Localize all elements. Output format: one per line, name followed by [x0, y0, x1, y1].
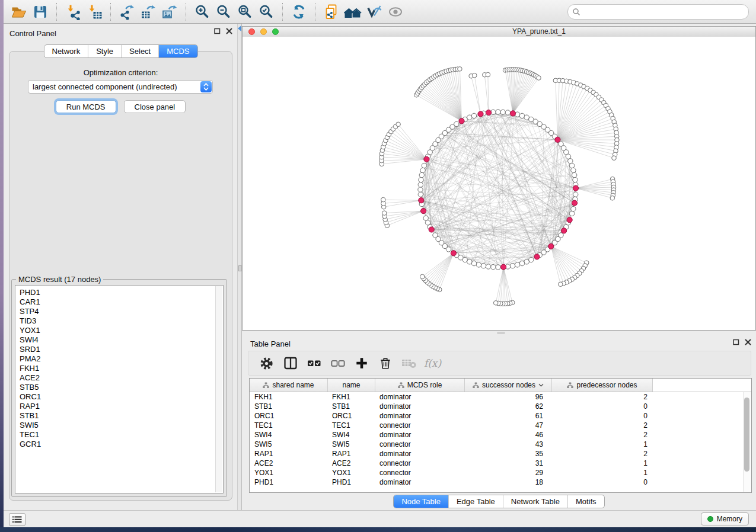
- table-tab-motifs[interactable]: Motifs: [567, 495, 604, 508]
- graph-node[interactable]: [573, 192, 578, 197]
- delete-icon[interactable]: [377, 355, 393, 371]
- graph-satellite-node[interactable]: [381, 197, 386, 202]
- table-row[interactable]: SWI5SWI5connector431: [250, 440, 751, 449]
- mcds-result-item[interactable]: ORC1: [20, 392, 223, 402]
- close-panel-icon[interactable]: [745, 339, 751, 345]
- zoom-in-icon[interactable]: [192, 2, 213, 21]
- graph-hub-node[interactable]: [424, 156, 429, 162]
- graph-hub-node[interactable]: [459, 118, 464, 124]
- splitter-collapse-arrow-icon[interactable]: [238, 25, 241, 31]
- table-scrollbar[interactable]: [743, 392, 751, 492]
- graph-node[interactable]: [505, 110, 510, 115]
- tab-style[interactable]: Style: [88, 45, 121, 57]
- table-row[interactable]: SWI4SWI4dominator462: [250, 430, 751, 440]
- column-header-name[interactable]: name: [328, 379, 375, 392]
- export-image-icon[interactable]: [159, 2, 180, 21]
- graph-hub-node[interactable]: [572, 200, 577, 206]
- mcds-result-item[interactable]: GCR1: [20, 440, 223, 449]
- graph-hub-node[interactable]: [421, 209, 426, 214]
- graph-hub-node[interactable]: [501, 264, 506, 270]
- graph-hub-node[interactable]: [510, 111, 515, 116]
- table-row[interactable]: FKH1FKH1dominator962: [250, 392, 751, 402]
- mcds-result-item[interactable]: SRD1: [20, 345, 223, 354]
- graph-node[interactable]: [572, 172, 577, 177]
- graph-satellite-node[interactable]: [559, 282, 563, 287]
- table-tab-node-table[interactable]: Node Table: [394, 495, 448, 508]
- column-header-predecessor-nodes[interactable]: predecessor nodes: [552, 379, 653, 392]
- table-tab-edge-table[interactable]: Edge Table: [448, 495, 503, 508]
- graph-satellite-node[interactable]: [486, 72, 490, 77]
- graph-node[interactable]: [481, 264, 486, 268]
- maximize-window-icon[interactable]: [272, 28, 279, 35]
- graph-hub-node[interactable]: [548, 243, 554, 249]
- open-file-icon[interactable]: [8, 2, 30, 21]
- import-network-icon[interactable]: [62, 2, 84, 21]
- graph-satellite-node[interactable]: [458, 67, 462, 72]
- close-panel-button[interactable]: Close panel: [124, 100, 186, 113]
- mcds-result-item[interactable]: PHD1: [20, 288, 223, 297]
- graph-hub-node[interactable]: [573, 185, 578, 191]
- vertical-splitter[interactable]: [237, 24, 242, 511]
- zoom-selected-icon[interactable]: [256, 2, 277, 21]
- graph-satellite-node[interactable]: [396, 122, 401, 127]
- tab-select[interactable]: Select: [121, 45, 158, 57]
- graph-node[interactable]: [571, 206, 576, 211]
- float-panel-icon[interactable]: [214, 28, 221, 34]
- graph-hub-node[interactable]: [478, 111, 483, 117]
- graph-node[interactable]: [471, 261, 476, 265]
- close-panel-icon[interactable]: [226, 28, 232, 34]
- refresh-layout-icon[interactable]: [288, 2, 310, 21]
- task-history-button[interactable]: [9, 513, 25, 526]
- graph-hub-node[interactable]: [555, 137, 560, 142]
- graph-hub-node[interactable]: [419, 198, 424, 203]
- first-neighbors-icon[interactable]: [342, 2, 363, 21]
- graph-node[interactable]: [491, 265, 496, 270]
- table-tab-network-table[interactable]: Network Table: [503, 495, 567, 508]
- graph-hub-node[interactable]: [534, 254, 540, 259]
- mcds-result-item[interactable]: ACE2: [20, 373, 223, 383]
- graph-node[interactable]: [496, 265, 500, 270]
- show-all-icon[interactable]: [385, 2, 406, 21]
- search-box[interactable]: [567, 4, 749, 20]
- graph-node[interactable]: [476, 262, 481, 267]
- mcds-result-item[interactable]: STB1: [20, 411, 223, 421]
- graph-node[interactable]: [569, 211, 574, 216]
- hide-selection-icon[interactable]: [363, 2, 385, 21]
- graph-satellite-node[interactable]: [493, 301, 498, 306]
- graph-node[interactable]: [419, 172, 424, 177]
- graph-hub-node[interactable]: [567, 217, 572, 223]
- network-view-titlebar[interactable]: YPA_prune.txt_1: [243, 27, 755, 37]
- graph-node[interactable]: [524, 259, 529, 264]
- horizontal-splitter-handle[interactable]: [497, 332, 505, 334]
- graph-node[interactable]: [486, 264, 490, 269]
- float-panel-icon[interactable]: [733, 339, 739, 345]
- mcds-result-item[interactable]: SWI4: [20, 335, 223, 345]
- graph-node[interactable]: [515, 262, 519, 267]
- minimize-window-icon[interactable]: [260, 28, 267, 35]
- export-network-icon[interactable]: [116, 2, 138, 21]
- graph-hub-node[interactable]: [429, 227, 434, 232]
- save-icon[interactable]: [30, 2, 51, 21]
- graph-node[interactable]: [568, 159, 573, 164]
- graph-node[interactable]: [418, 192, 423, 197]
- graph-satellite-node[interactable]: [612, 156, 617, 161]
- mcds-result-item[interactable]: STP4: [20, 307, 223, 316]
- search-input[interactable]: [580, 7, 744, 17]
- memory-button[interactable]: Memory: [701, 512, 749, 525]
- network-canvas[interactable]: [243, 37, 755, 330]
- mcds-result-item[interactable]: TID3: [20, 316, 223, 326]
- table-row[interactable]: ACE2ACE2connector311: [250, 459, 751, 468]
- table-row[interactable]: YOX1YOX1connector291: [250, 468, 751, 477]
- graph-satellite-node[interactable]: [610, 196, 615, 201]
- graph-node[interactable]: [454, 121, 459, 126]
- mcds-result-item[interactable]: FKH1: [20, 364, 223, 373]
- graph-satellite-node[interactable]: [472, 73, 477, 78]
- import-table-icon[interactable]: [84, 2, 105, 21]
- graph-satellite-node[interactable]: [382, 211, 387, 216]
- table-row[interactable]: TEC1TEC1connector472: [250, 421, 751, 430]
- zoom-out-icon[interactable]: [213, 2, 234, 21]
- mcds-result-item[interactable]: TEC1: [20, 430, 223, 440]
- graph-node[interactable]: [420, 168, 425, 172]
- graph-hub-node[interactable]: [451, 251, 456, 256]
- zoom-fit-icon[interactable]: [234, 2, 256, 21]
